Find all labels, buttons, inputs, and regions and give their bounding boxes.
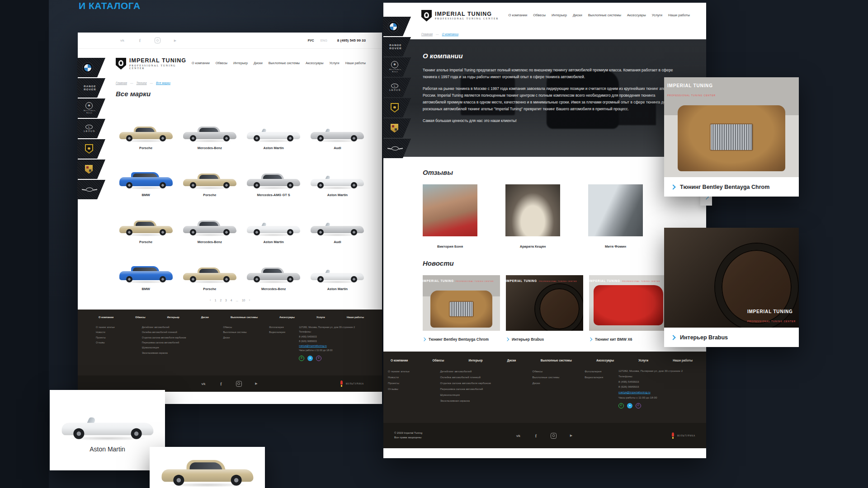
- footer-heading-link[interactable]: Аксессуары: [279, 316, 295, 319]
- messenger-icon[interactable]: [627, 403, 632, 408]
- pagination-page[interactable]: 2: [220, 299, 222, 302]
- footer-link[interactable]: Фотогалерея: [269, 325, 299, 330]
- brand-tile[interactable]: LEXUS: [383, 78, 411, 97]
- social-icon[interactable]: [551, 433, 557, 439]
- brand-tile[interactable]: [77, 160, 105, 179]
- car-card[interactable]: Audi: [306, 198, 369, 244]
- pagination-prev[interactable]: ‹: [210, 298, 211, 302]
- social-icon[interactable]: [172, 38, 178, 43]
- brand-tile[interactable]: [383, 139, 411, 158]
- footer-heading-link[interactable]: Выхлопные системы: [541, 359, 572, 362]
- footer-phone-2[interactable]: 8 (926) 9689933: [299, 339, 367, 343]
- car-card[interactable]: BMW: [114, 245, 178, 291]
- footer-link[interactable]: Эксклюзивная окраска: [440, 398, 533, 404]
- car-card[interactable]: BMW: [114, 151, 178, 197]
- site-logo[interactable]: IMPERIAL TUNING PROFESSIONAL TUNING CENT…: [421, 10, 499, 22]
- news-card[interactable]: IMPERIAL TUNING PROFESSIONAL TUNING CENT…: [589, 275, 666, 342]
- footer-link[interactable]: О тюнинг ателье: [388, 368, 440, 374]
- brand-tile[interactable]: LEXUS: [77, 119, 105, 138]
- brand-tile[interactable]: [383, 118, 411, 138]
- footer-link[interactable]: Выхлопные системы: [533, 374, 585, 380]
- social-icon[interactable]: [533, 433, 539, 439]
- agency-credit[interactable]: МУЛЬТУРИКА: [671, 432, 695, 439]
- nav-item[interactable]: О компании: [192, 61, 210, 66]
- social-icon[interactable]: [254, 381, 259, 387]
- nav-item[interactable]: О компании: [508, 13, 527, 19]
- header-phone[interactable]: 8 (495) 545 99 33: [337, 38, 366, 42]
- lang-eng[interactable]: ENG: [321, 39, 327, 42]
- brand-tile[interactable]: [77, 58, 105, 77]
- footer-heading-link[interactable]: Диски: [201, 316, 209, 319]
- social-icon[interactable]: [137, 38, 143, 43]
- footer-link[interactable]: О тюнинг ателье: [96, 325, 142, 330]
- footer-link[interactable]: Перешивка салона автомобилей: [142, 340, 223, 345]
- nav-item[interactable]: Диски: [254, 61, 263, 66]
- brabus-news-card[interactable]: IMPERIAL TUNING PROFESSIONAL TUNING CENT…: [664, 228, 799, 346]
- pagination-page[interactable]: 1: [215, 299, 217, 302]
- porsche-card[interactable]: [150, 447, 265, 488]
- brand-tile[interactable]: [383, 17, 411, 36]
- site-logo[interactable]: IMPERIAL TUNING PROFESSIONAL TUNING CENT…: [116, 58, 192, 70]
- pagination-page[interactable]: 3: [225, 299, 227, 302]
- messenger-icon[interactable]: [299, 356, 304, 361]
- car-card[interactable]: Mercedes-AMG GT S: [242, 151, 306, 197]
- nav-item[interactable]: Аксессуары: [627, 13, 646, 19]
- social-icon[interactable]: [218, 381, 224, 387]
- breadcrumb-item[interactable]: Тюнинг: [137, 81, 153, 84]
- nav-item[interactable]: Услуги: [330, 61, 340, 66]
- footer-heading-link[interactable]: О компании: [99, 316, 113, 319]
- footer-link[interactable]: Диски: [223, 335, 269, 340]
- brand-tile[interactable]: Mercedes-Benz: [77, 99, 105, 118]
- footer-link[interactable]: Отделка салона автомобиля карбоном: [440, 380, 533, 386]
- pagination-next[interactable]: ›: [249, 298, 250, 302]
- bentley-news-card[interactable]: IMPERIAL TUNING PROFESSIONAL TUNING CENT…: [664, 77, 799, 197]
- footer-link[interactable]: Проекты: [388, 380, 440, 386]
- footer-link[interactable]: Проекты: [96, 335, 142, 340]
- pagination-page[interactable]: ...: [236, 299, 238, 302]
- car-card[interactable]: Aston Martin: [242, 104, 306, 150]
- messenger-icon[interactable]: [618, 403, 624, 408]
- footer-link[interactable]: Отзывы: [388, 386, 440, 392]
- social-icon[interactable]: [568, 433, 574, 439]
- footer-phone-1[interactable]: 8 (495) 5459933: [618, 379, 695, 385]
- car-card[interactable]: Audi: [306, 104, 369, 150]
- footer-heading-link[interactable]: Интерьер: [167, 316, 179, 319]
- agency-credit[interactable]: МУЛЬТУРИКА: [340, 380, 364, 387]
- footer-link[interactable]: Оклейка автомобилей пленкой: [440, 374, 533, 380]
- nav-item[interactable]: Наши работы: [668, 13, 690, 19]
- footer-link[interactable]: Видеогалерея: [269, 330, 299, 335]
- review-card[interactable]: Митя Фомин: [588, 184, 643, 249]
- footer-phone-2[interactable]: 8 (926) 9689933: [618, 384, 695, 389]
- social-icon[interactable]: [119, 38, 125, 43]
- footer-link[interactable]: Диски: [533, 380, 585, 386]
- car-card[interactable]: Porsche: [114, 104, 178, 150]
- brand-tile[interactable]: RANGE ROVER: [383, 37, 411, 56]
- breadcrumb-item[interactable]: Все марки: [156, 81, 170, 84]
- footer-phone-1[interactable]: 8 (495) 5459933: [299, 334, 367, 339]
- nav-item[interactable]: Услуги: [652, 13, 662, 19]
- car-card[interactable]: Porsche: [178, 151, 241, 197]
- footer-heading-link[interactable]: Услуги: [638, 359, 648, 362]
- breadcrumb-item[interactable]: Главная: [116, 81, 133, 84]
- brand-tile[interactable]: [77, 180, 105, 199]
- footer-link[interactable]: Обвесы: [533, 368, 585, 374]
- footer-link[interactable]: Обвесы: [223, 325, 269, 330]
- pagination-page[interactable]: 4: [231, 299, 232, 302]
- footer-link[interactable]: Фотогалерея: [585, 368, 618, 374]
- lang-rus[interactable]: РУС: [308, 39, 314, 42]
- footer-link[interactable]: Новости: [388, 374, 440, 380]
- footer-heading-link[interactable]: О компании: [391, 359, 408, 362]
- nav-item[interactable]: Диски: [573, 13, 582, 19]
- footer-heading-link[interactable]: Выхлопные системы: [231, 316, 258, 319]
- footer-heading-link[interactable]: Наши работы: [673, 359, 693, 362]
- review-card[interactable]: Арарата Кещян: [505, 184, 560, 249]
- messenger-icon[interactable]: [307, 356, 313, 361]
- car-card[interactable]: Porsche: [114, 198, 178, 244]
- footer-link[interactable]: Эксклюзивная окраска: [142, 351, 223, 356]
- review-card[interactable]: Виктория Боня: [423, 184, 477, 249]
- nav-item[interactable]: Выхлопные системы: [269, 61, 300, 66]
- news-card[interactable]: IMPERIAL TUNING PROFESSIONAL TUNING CENT…: [506, 275, 583, 342]
- brand-tile[interactable]: RANGE ROVER: [77, 78, 105, 98]
- nav-item[interactable]: Интерьер: [233, 61, 248, 66]
- footer-link[interactable]: Отделка салона автомобиля карбоном: [142, 335, 223, 340]
